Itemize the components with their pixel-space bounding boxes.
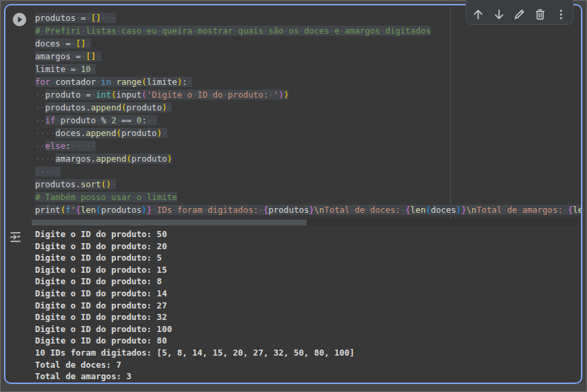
output-line: 10 IDs foram digitados: [5, 8, 14, 15, 2…: [35, 347, 577, 359]
link-to-cell-icon: [514, 9, 525, 20]
output-line: Digite o ID do produto: 80: [35, 335, 577, 347]
link-to-cell-button[interactable]: [513, 7, 526, 21]
code-line: ·····: [35, 165, 581, 178]
code-editor[interactable]: produtos·=·[]···#·Prefiri·listas·caso·eu…: [5, 5, 581, 228]
colab-notebook-screen: produtos·=·[]···#·Prefiri·listas·caso·eu…: [0, 0, 587, 392]
code-lines: produtos·=·[]···#·Prefiri·listas·caso·eu…: [35, 11, 581, 216]
code-line: print(f'{len(produtos)}·IDs·foram·digita…: [35, 203, 581, 216]
scrollbar-thumb[interactable]: [32, 220, 307, 226]
output-line: Digite o ID do produto: 32: [35, 311, 577, 323]
output-line: Digite o ID do produto: 20: [35, 240, 577, 253]
code-line: ··if·produto·%·2·==·0:··: [35, 114, 581, 127]
output-actions-icon: [9, 236, 22, 246]
move-cell-down-button[interactable]: [492, 7, 505, 21]
code-line: ··produto·=·int(input('Digite·o·ID·do·pr…: [35, 88, 581, 101]
output-line: Digite o ID do produto: 14: [35, 288, 577, 300]
output-actions-button[interactable]: [8, 230, 23, 245]
more-cell-actions-button[interactable]: [555, 7, 568, 21]
code-line: ··else:·····: [35, 139, 581, 152]
more-cell-actions-icon: [555, 9, 567, 20]
output-line: Digite o ID do produto: 27: [35, 300, 577, 312]
code-line: amargos·=·[]·: [35, 50, 581, 63]
delete-cell-icon: [534, 9, 546, 20]
code-line: produtos.sort()·: [35, 178, 581, 191]
code-line: ····doces.append(produto)·: [35, 127, 581, 139]
move-cell-up-icon: [472, 9, 484, 20]
output-line: Total de doces: 7: [35, 359, 577, 371]
output-line: Digite o ID do produto: 100: [35, 323, 577, 335]
output-line: Digite o ID do produto: 50: [35, 228, 577, 240]
code-line: #·Também·posso·usar·o·limite: [35, 191, 581, 203]
code-line: doces·=·[]·: [35, 37, 581, 50]
move-cell-up-button[interactable]: [471, 7, 485, 21]
code-line: ··produtos.append(produto)·: [35, 101, 581, 114]
output-line: Digite o ID do produto: 15: [35, 264, 577, 276]
code-cell: produtos·=·[]···#·Prefiri·listas·caso·eu…: [4, 4, 582, 384]
code-line: #·Prefiri·listas·caso·eu·queira·mostrar·…: [35, 24, 581, 37]
horizontal-scrollbar[interactable]: [32, 219, 578, 226]
code-line: ····amargos.append(produto): [35, 152, 581, 165]
output-line: Digite o ID do produto: 8: [35, 275, 577, 288]
cell-output: Digite o ID do produto: 50Digite o ID do…: [35, 228, 577, 383]
cell-toolbar: [466, 0, 574, 25]
delete-cell-button[interactable]: [534, 7, 547, 21]
code-line: limite·=·10·: [35, 63, 581, 75]
move-cell-down-icon: [493, 9, 505, 20]
code-line: for·contador·in·range(limite):·: [35, 75, 581, 88]
output-line: Total de amargos: 3: [35, 370, 577, 383]
output-line: Digite o ID do produto: 5: [35, 252, 577, 264]
